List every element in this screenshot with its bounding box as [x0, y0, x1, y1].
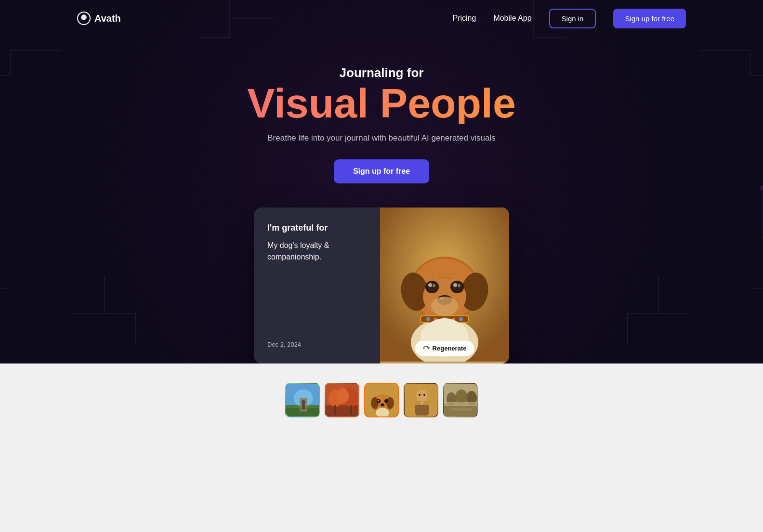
journal-card: I'm grateful for My dog's loyalty & comp… [254, 208, 509, 363]
svg-rect-75 [302, 404, 305, 409]
hero-title: Visual People [247, 82, 516, 124]
svg-point-91 [381, 403, 384, 406]
navigation: Avath Pricing Mobile App Sign in Sign up… [0, 0, 763, 37]
svg-point-63 [426, 317, 430, 321]
svg-point-14 [0, 185, 0, 190]
logo-label: Avath [94, 13, 121, 24]
refresh-icon [423, 345, 430, 352]
svg-point-87 [386, 397, 394, 409]
svg-point-52 [428, 283, 432, 287]
thumbnail-strip [285, 383, 478, 417]
thumb-5-image [444, 384, 478, 417]
svg-point-67 [459, 317, 463, 321]
svg-point-92 [376, 408, 389, 417]
svg-point-99 [423, 394, 425, 396]
card-date: Dec 2, 2024 [267, 341, 367, 348]
thumb-1-image [286, 384, 320, 417]
thumbnail-4[interactable] [404, 383, 438, 417]
svg-point-98 [419, 394, 421, 396]
thumb-2-image [326, 384, 359, 417]
svg-point-80 [337, 388, 349, 403]
hero-description: Breathe life into your journal with beau… [267, 133, 495, 143]
svg-point-53 [433, 284, 435, 287]
nav-links: Pricing Mobile App Sign in Sign up for f… [452, 9, 686, 28]
thumbnail-1[interactable] [285, 383, 320, 417]
hero-content: Journaling for Visual People Breathe lif… [247, 37, 516, 208]
regenerate-button[interactable]: Regenerate [415, 341, 474, 356]
dog-illustration [380, 208, 509, 362]
thumb-4-image [405, 384, 438, 417]
svg-point-74 [302, 400, 305, 404]
svg-point-57 [458, 284, 460, 287]
svg-point-28 [760, 185, 763, 190]
logo-icon [77, 12, 91, 25]
regenerate-label: Regenerate [433, 345, 467, 352]
svg-point-94 [416, 389, 428, 402]
svg-rect-81 [334, 405, 336, 415]
svg-rect-105 [444, 402, 478, 406]
hero-subtitle: Journaling for [340, 65, 424, 80]
thumb-3-image [365, 384, 399, 417]
card-prompt: I'm grateful for [267, 223, 367, 233]
thumbnail-5[interactable] [443, 383, 478, 417]
svg-rect-77 [326, 405, 359, 417]
svg-rect-82 [350, 405, 352, 415]
svg-point-60 [431, 297, 458, 316]
thumbnail-3[interactable] [364, 383, 399, 417]
signup-nav-button[interactable]: Sign up for free [613, 9, 686, 28]
card-left-panel: I'm grateful for My dog's loyalty & comp… [254, 208, 380, 363]
svg-rect-106 [451, 408, 472, 411]
nav-mobile-app[interactable]: Mobile App [493, 14, 531, 23]
card-right-panel: Regenerate [380, 208, 509, 363]
hero-section: Journaling for Visual People Breathe lif… [0, 0, 763, 363]
card-text-area: I'm grateful for My dog's loyalty & comp… [267, 223, 367, 263]
lower-section [0, 363, 763, 446]
logo[interactable]: Avath [77, 12, 121, 25]
svg-point-86 [371, 397, 379, 409]
svg-point-56 [453, 283, 457, 287]
card-entry: My dog's loyalty & companionship. [267, 240, 367, 263]
signin-button[interactable]: Sign in [549, 9, 596, 28]
journal-card-container: I'm grateful for My dog's loyalty & comp… [254, 208, 509, 363]
svg-point-97 [421, 402, 423, 404]
signup-hero-button[interactable]: Sign up for free [334, 159, 429, 183]
svg-point-89 [384, 399, 388, 403]
svg-point-90 [378, 400, 379, 402]
nav-pricing[interactable]: Pricing [452, 14, 476, 23]
thumbnail-2[interactable] [325, 383, 359, 417]
